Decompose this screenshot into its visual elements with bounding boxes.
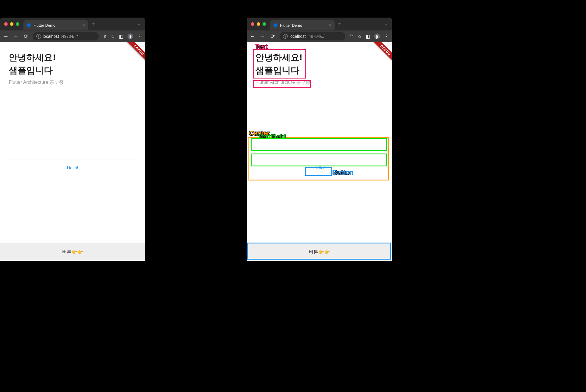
text-field-2[interactable] (9, 148, 136, 159)
panel-icon[interactable]: ◧ (119, 34, 123, 39)
address-bar: ← → ⟳ i localhost:49704/#/ ⇧ ☆ ◧ ◗ ⋮ (0, 30, 145, 42)
forward-button[interactable]: → (13, 33, 19, 40)
address-bar: ← → ⟳ i localhost:49704/#/ ⇧ ☆ ◧ ◗ ⋮ (247, 30, 392, 42)
browser-window-right: Flutter Demo × + ⌄ ← → ⟳ i localhost:497… (247, 18, 392, 261)
profile-icon[interactable]: ◗ (374, 33, 380, 39)
bookmark-icon[interactable]: ☆ (111, 34, 115, 39)
share-icon[interactable]: ⇧ (103, 34, 107, 39)
headline-line1: 안녕하세요! (255, 52, 302, 62)
maximize-window-icon[interactable] (263, 22, 266, 26)
site-info-icon[interactable]: i (36, 34, 41, 39)
headline-line2: 샘플입니다 (255, 65, 299, 75)
window-controls (247, 22, 270, 26)
tab-title: Flutter Demo (280, 23, 327, 28)
bottom-button[interactable]: 버튼👉👉 (0, 243, 145, 261)
browser-tab[interactable]: Flutter Demo × (270, 20, 335, 30)
hello-button[interactable]: Hello! (309, 163, 329, 173)
text-field-1[interactable] (255, 132, 383, 144)
reload-button[interactable]: ⟳ (23, 33, 29, 40)
center-widget: Hello! (255, 132, 383, 173)
panel-icon[interactable]: ◧ (366, 34, 370, 39)
bookmark-icon[interactable]: ☆ (357, 34, 362, 39)
browser-tab[interactable]: Flutter Demo × (23, 20, 88, 30)
tab-title: Flutter Demo (33, 23, 80, 28)
app-body: 안녕하세요! 샘플입니다 Flutter Architecture 공부중 He… (0, 42, 145, 261)
close-window-icon[interactable] (251, 22, 254, 26)
menu-icon[interactable]: ⋮ (137, 34, 142, 39)
headline-text: 안녕하세요! 샘플입니다 (255, 51, 383, 76)
address-actions: ⇧ ☆ ◧ ◗ ⋮ (103, 33, 142, 39)
minimize-window-icon[interactable] (257, 22, 260, 26)
url-path: :49704/#/ (61, 34, 78, 39)
menu-icon[interactable]: ⋮ (384, 34, 389, 39)
browser-window-left: Flutter Demo × + ⌄ ← → ⟳ i localhost:497… (0, 18, 145, 261)
reload-button[interactable]: ⟳ (270, 33, 275, 40)
flutter-icon (273, 23, 278, 28)
url-input[interactable]: i localhost:49704/#/ (33, 32, 99, 40)
close-window-icon[interactable] (4, 22, 8, 26)
tabs-overflow-icon[interactable]: ⌄ (384, 22, 388, 26)
headline-line2: 샘플입니다 (9, 65, 53, 75)
window-controls (0, 22, 23, 26)
new-tab-button[interactable]: + (88, 21, 98, 28)
url-input[interactable]: i localhost:49704/#/ (280, 32, 345, 40)
app-viewport: DEBUG 안녕하세요! 샘플입니다 Flutter Architecture … (0, 42, 145, 261)
maximize-window-icon[interactable] (16, 22, 19, 26)
back-button[interactable]: ← (250, 33, 255, 40)
profile-icon[interactable]: ◗ (127, 33, 133, 39)
new-tab-button[interactable]: + (335, 21, 345, 28)
center-widget: Hello! (9, 132, 136, 173)
flutter-icon (26, 23, 31, 28)
subtitle-text: Flutter Architecture 공부중 (255, 79, 383, 86)
app-body: 안녕하세요! 샘플입니다 Flutter Architecture 공부중 He… (247, 42, 392, 261)
app-viewport: DEBUG 안녕하세요! 샘플입니다 Flutter Architecture … (247, 42, 392, 261)
hello-button[interactable]: Hello! (62, 163, 83, 173)
minimize-window-icon[interactable] (10, 22, 13, 26)
tab-bar: Flutter Demo × + ⌄ (0, 18, 145, 30)
headline-text: 안녕하세요! 샘플입니다 (9, 51, 136, 76)
url-host: localhost (289, 34, 306, 39)
bottom-button[interactable]: 버튼👉👉 (247, 243, 392, 261)
close-tab-icon[interactable]: × (329, 23, 332, 28)
share-icon[interactable]: ⇧ (350, 34, 353, 39)
text-field-2[interactable] (255, 148, 383, 159)
back-button[interactable]: ← (3, 33, 9, 40)
forward-button[interactable]: → (260, 33, 265, 40)
headline-line1: 안녕하세요! (9, 52, 56, 62)
url-path: :49704/#/ (307, 34, 324, 39)
url-host: localhost (43, 34, 59, 39)
tab-bar: Flutter Demo × + ⌄ (247, 18, 392, 30)
subtitle-text: Flutter Architecture 공부중 (9, 79, 136, 86)
address-actions: ⇧ ☆ ◧ ◗ ⋮ (350, 33, 389, 39)
tabs-overflow-icon[interactable]: ⌄ (137, 22, 141, 26)
text-field-1[interactable] (9, 132, 136, 144)
close-tab-icon[interactable]: × (82, 23, 85, 28)
site-info-icon[interactable]: i (283, 34, 288, 39)
